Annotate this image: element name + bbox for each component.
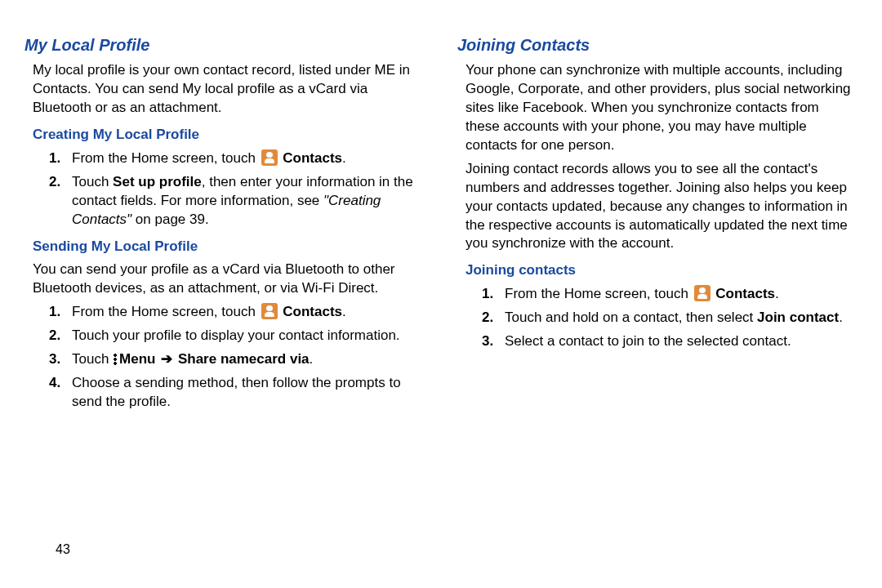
- intro-my-local-profile: My local profile is your own contact rec…: [24, 61, 425, 118]
- step: Touch Menu ➔ Share namecard via.: [49, 350, 425, 369]
- menu-icon: [114, 354, 117, 365]
- step-text: on page 39.: [131, 212, 209, 227]
- step-text: .: [775, 286, 779, 301]
- step-text: .: [342, 304, 346, 319]
- arrow-icon: ➔: [159, 350, 174, 369]
- step-text: Touch and hold on a contact, then select: [505, 310, 757, 325]
- bold-text: Menu: [119, 351, 159, 367]
- para-joining-2: Joining contact records allows you to se…: [457, 160, 858, 254]
- steps-joining: From the Home screen, touch Contacts. To…: [457, 285, 858, 351]
- step: Touch your profile to display your conta…: [49, 327, 425, 345]
- contacts-icon: [261, 303, 278, 319]
- step: Touch and hold on a contact, then select…: [482, 309, 858, 327]
- contacts-label: Contacts: [712, 286, 775, 301]
- step-text: Touch: [72, 351, 113, 367]
- step-text: From the Home screen, touch: [72, 304, 260, 319]
- step-text: .: [310, 351, 314, 367]
- para-joining-1: Your phone can synchronize with multiple…: [457, 61, 858, 155]
- step: Select a contact to join to the selected…: [482, 332, 858, 351]
- step-text: .: [839, 310, 843, 325]
- manual-page: My Local Profile My local profile is you…: [0, 0, 882, 588]
- bold-text: Share namecard via: [174, 351, 309, 367]
- heading-creating-profile: Creating My Local Profile: [24, 126, 425, 145]
- steps-creating-profile: From the Home screen, touch Contacts. To…: [24, 149, 425, 229]
- contacts-label: Contacts: [279, 304, 342, 319]
- left-column: My Local Profile My local profile is you…: [24, 34, 425, 588]
- step: Touch Set up profile, then enter your in…: [49, 173, 425, 229]
- contacts-label: Contacts: [279, 150, 342, 166]
- heading-joining-sub: Joining contacts: [457, 261, 858, 280]
- bold-text: Join contact: [757, 310, 839, 325]
- intro-sending-profile: You can send your profile as a vCard via…: [24, 261, 425, 298]
- right-column: Joining Contacts Your phone can synchron…: [457, 34, 858, 588]
- step-text: From the Home screen, touch: [72, 150, 260, 166]
- step-text: From the Home screen, touch: [505, 286, 693, 301]
- step-text: .: [342, 150, 346, 166]
- step-text: Touch: [72, 174, 113, 189]
- step: From the Home screen, touch Contacts.: [482, 285, 858, 304]
- contacts-icon: [261, 149, 278, 166]
- steps-sending-profile: From the Home screen, touch Contacts. To…: [24, 303, 425, 412]
- heading-sending-profile: Sending My Local Profile: [24, 238, 425, 256]
- step: From the Home screen, touch Contacts.: [49, 149, 425, 168]
- bold-text: Set up profile: [113, 174, 202, 189]
- step: Choose a sending method, then follow the…: [49, 374, 425, 412]
- heading-my-local-profile: My Local Profile: [24, 34, 425, 56]
- contacts-icon: [694, 285, 710, 301]
- page-number: 43: [56, 541, 70, 559]
- heading-joining-contacts: Joining Contacts: [457, 34, 858, 56]
- step: From the Home screen, touch Contacts.: [49, 303, 425, 322]
